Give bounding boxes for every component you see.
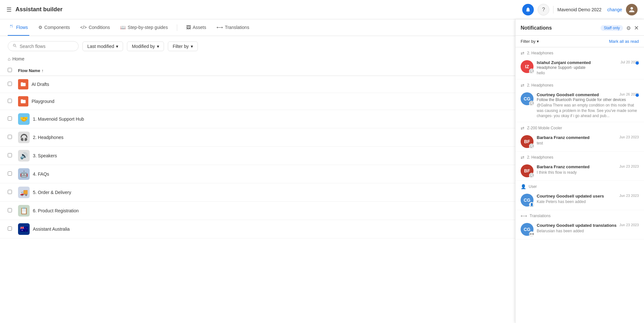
notification-date: Jun 23 2023 bbox=[619, 194, 639, 198]
filter-chevron-icon: ▾ bbox=[537, 39, 539, 44]
flow-icon: 🎧 bbox=[18, 132, 30, 143]
app-title: Assistant builder bbox=[15, 6, 522, 13]
notification-body: Kate Peters has been added bbox=[537, 199, 639, 205]
question-icon: ? bbox=[542, 7, 545, 13]
group-name: Z-200 Mobile Cooler bbox=[527, 126, 562, 130]
tab-step-guides[interactable]: 📖 Step-by-step guides bbox=[119, 19, 169, 36]
notification-item[interactable]: CG 💬 Courtney Goodsell commented Jun 26 … bbox=[515, 89, 644, 122]
group-icon: ⇄ bbox=[521, 83, 524, 88]
bell-icon bbox=[525, 7, 531, 13]
avatar-icon bbox=[629, 6, 635, 13]
row-select-checkbox[interactable] bbox=[8, 171, 12, 176]
flow-icon: 🇦🇺 bbox=[18, 223, 30, 235]
mark-all-read-button[interactable]: Mark all as read bbox=[609, 39, 639, 44]
row-select-checkbox[interactable] bbox=[8, 99, 12, 103]
notification-sub-icon: 💬 bbox=[529, 143, 534, 149]
notification-avatar: CG 👤 bbox=[521, 194, 533, 207]
top-header: ☰ Assistant builder ? Mavenoid Demo 2022… bbox=[0, 0, 644, 19]
notifications-settings-button[interactable]: ⚙ bbox=[626, 25, 631, 31]
flow-name-text: 5. Order & Delivery bbox=[33, 190, 71, 195]
row-checkbox[interactable] bbox=[8, 153, 18, 158]
row-checkbox[interactable] bbox=[8, 82, 18, 87]
row-checkbox[interactable] bbox=[8, 171, 18, 177]
notifications-close-button[interactable]: ✕ bbox=[634, 24, 639, 32]
last-modified-filter[interactable]: Last modified ▾ bbox=[82, 42, 123, 51]
modified-by-filter[interactable]: Modified by ▾ bbox=[127, 42, 164, 51]
notification-avatar: CG ⟷ bbox=[521, 223, 533, 236]
flow-name-text: Playground bbox=[32, 99, 54, 104]
notification-group-label: ⇄2. Headphones bbox=[515, 79, 644, 89]
header-right: ? Mavenoid Demo 2022 change bbox=[522, 4, 638, 15]
notification-body: @Galina There was an empty condition on … bbox=[537, 103, 639, 119]
tab-flows[interactable]: Flows bbox=[8, 19, 29, 36]
notification-author: Courtney Goodsell commented bbox=[537, 92, 599, 97]
flow-icon: 🚚 bbox=[18, 187, 30, 198]
header-check[interactable] bbox=[8, 68, 18, 73]
notification-row1: Courtney Goodsell commented Jun 26 2023 bbox=[537, 92, 639, 97]
filter-by-button[interactable]: Filter by ▾ bbox=[168, 42, 198, 51]
header-flow-name[interactable]: Flow Name ↑ bbox=[18, 68, 517, 73]
notification-content: Barbara Franz commented Jun 23 2023 I th… bbox=[537, 164, 639, 175]
notification-avatar: BF 💬 bbox=[521, 164, 533, 177]
row-select-checkbox[interactable] bbox=[8, 116, 12, 121]
help-button[interactable]: ? bbox=[538, 4, 549, 15]
flow-name-text: 1. Mavenoid Support Hub bbox=[33, 116, 84, 122]
notification-author: Courtney Goodsell updated users bbox=[537, 194, 604, 198]
components-tab-icon: ⚙ bbox=[38, 25, 43, 30]
notification-sub-icon: 💬 bbox=[529, 69, 534, 74]
hamburger-icon[interactable]: ☰ bbox=[6, 6, 12, 13]
row-checkbox[interactable] bbox=[8, 116, 18, 122]
row-checkbox[interactable] bbox=[8, 135, 18, 140]
notification-avatar: BF 💬 bbox=[521, 135, 533, 148]
row-checkbox[interactable] bbox=[8, 190, 18, 195]
notifications-button[interactable] bbox=[522, 4, 534, 15]
notification-sub-icon: 💬 bbox=[529, 173, 534, 178]
flow-name-label: Flow Name bbox=[18, 68, 40, 73]
row-checkbox[interactable] bbox=[8, 208, 18, 213]
row-flow-name: 🎧 2. Headphones bbox=[18, 132, 517, 143]
tab-components[interactable]: ⚙ Components bbox=[37, 19, 71, 36]
row-select-checkbox[interactable] bbox=[8, 190, 12, 194]
notification-content: Barbara Franz commented Jun 23 2023 test bbox=[537, 135, 639, 146]
flow-icon: 🔊 bbox=[18, 150, 30, 162]
row-select-checkbox[interactable] bbox=[8, 226, 12, 231]
notification-row1: Courtney Goodsell updated users Jun 23 2… bbox=[537, 194, 639, 198]
group-icon: 👤 bbox=[521, 184, 526, 189]
notification-item[interactable]: IZ 💬 Islahul Zunjani commented Jul 20 20… bbox=[515, 57, 644, 79]
notification-group-label: ⇄Z-200 Mobile Cooler bbox=[515, 122, 644, 132]
folder-icon bbox=[18, 79, 28, 89]
row-select-checkbox[interactable] bbox=[8, 82, 12, 86]
row-checkbox[interactable] bbox=[8, 99, 18, 104]
change-workspace-link[interactable]: change bbox=[607, 7, 622, 12]
tab-translations[interactable]: ⟷ Translations bbox=[215, 19, 251, 36]
row-checkbox[interactable] bbox=[8, 226, 18, 232]
group-name: 2. Headphones bbox=[527, 83, 553, 88]
select-all-checkbox[interactable] bbox=[8, 68, 12, 72]
folder-icon bbox=[18, 96, 28, 106]
user-avatar[interactable] bbox=[626, 4, 638, 15]
notification-date: Jun 23 2023 bbox=[619, 135, 639, 139]
tab-assets[interactable]: 🖼 Assets bbox=[185, 19, 207, 36]
notification-item[interactable]: BF 💬 Barbara Franz commented Jun 23 2023… bbox=[515, 161, 644, 181]
notifications-filter-button[interactable]: Filter by ▾ bbox=[521, 39, 539, 44]
assets-tab-icon: 🖼 bbox=[186, 25, 191, 30]
home-label[interactable]: Home bbox=[12, 56, 24, 61]
notification-content: Courtney Goodsell updated translations J… bbox=[537, 223, 639, 234]
group-icon: ⇄ bbox=[521, 155, 524, 160]
notification-item[interactable]: BF 💬 Barbara Franz commented Jun 23 2023… bbox=[515, 132, 644, 152]
staff-only-badge: Staff only bbox=[601, 25, 623, 31]
filter-by-label: Filter by bbox=[173, 44, 189, 49]
notifications-header: Notifications Staff only ⚙ ✕ bbox=[515, 19, 644, 36]
notification-item[interactable]: CG 👤 Courtney Goodsell updated users Jun… bbox=[515, 190, 644, 210]
row-select-checkbox[interactable] bbox=[8, 208, 12, 212]
row-flow-name: AI Drafts bbox=[18, 79, 517, 89]
search-input[interactable] bbox=[20, 44, 71, 49]
row-select-checkbox[interactable] bbox=[8, 135, 12, 139]
notification-avatar: IZ 💬 bbox=[521, 60, 533, 73]
notification-author: Barbara Franz commented bbox=[537, 135, 590, 140]
notifications-title: Notifications bbox=[521, 25, 597, 31]
row-select-checkbox[interactable] bbox=[8, 153, 12, 157]
row-flow-name: 🤖 4. FAQs bbox=[18, 168, 517, 180]
tab-conditions[interactable]: </> Conditions bbox=[79, 19, 111, 36]
notification-item[interactable]: CG ⟷ Courtney Goodsell updated translati… bbox=[515, 220, 644, 239]
